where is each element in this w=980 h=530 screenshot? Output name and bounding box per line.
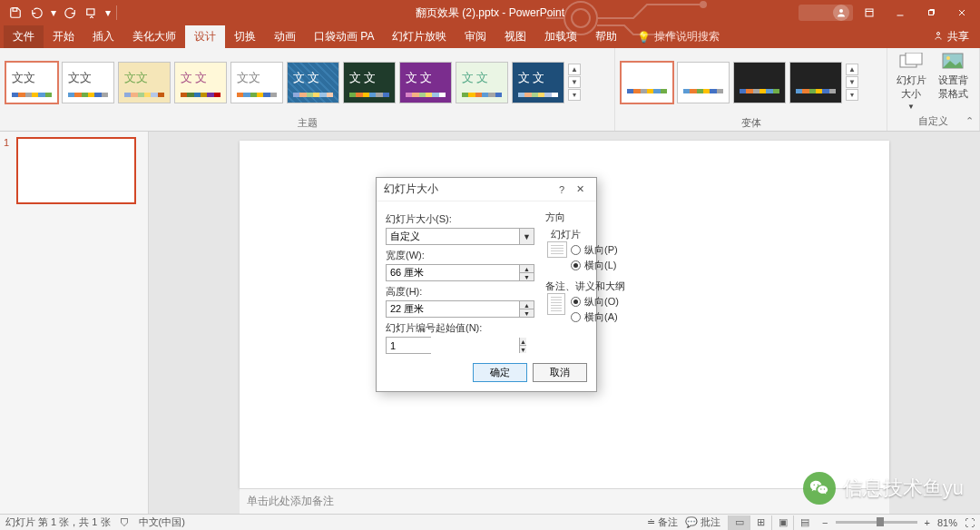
variant-thumbnail[interactable] xyxy=(789,62,842,103)
zoom-out-icon[interactable]: − xyxy=(822,517,828,528)
chevron-down-icon[interactable]: ▼ xyxy=(519,229,534,244)
theme-thumbnail[interactable]: 文文 xyxy=(118,62,171,103)
wechat-icon xyxy=(803,472,836,505)
gallery-nav-icon[interactable]: ▲ xyxy=(568,64,581,75)
spin-up-icon[interactable]: ▲ xyxy=(520,265,534,273)
language-label[interactable]: 中文(中国) xyxy=(139,515,185,529)
gallery-nav-icon[interactable]: ▼ xyxy=(568,76,581,88)
dialog-title-bar[interactable]: 幻灯片大小 ? ✕ xyxy=(377,178,596,201)
group-themes: 文文文文文文文 文文文文 文文 文文 文文 文文 文▲▼▾ 主题 xyxy=(0,48,615,131)
width-input[interactable]: ▲▼ xyxy=(386,264,534,281)
landscape-radio[interactable] xyxy=(571,260,581,270)
format-background-icon xyxy=(940,52,965,72)
group-variants-label: 变体 xyxy=(741,117,761,128)
share-button[interactable]: 共享 xyxy=(922,25,980,48)
undo-icon[interactable] xyxy=(27,3,47,23)
zoom-label[interactable]: 81% xyxy=(937,517,957,528)
tab-animations[interactable]: 动画 xyxy=(265,25,305,48)
slide-size-value[interactable] xyxy=(387,229,519,244)
theme-thumbnail[interactable]: 文文 xyxy=(5,62,58,103)
window-controls xyxy=(799,3,980,23)
variant-thumbnail[interactable] xyxy=(733,62,786,103)
theme-thumbnail[interactable]: 文 文 xyxy=(512,62,564,103)
dialog-help-icon[interactable]: ? xyxy=(553,184,571,195)
themes-more-icon[interactable] xyxy=(598,116,611,129)
tab-design[interactable]: 设计 xyxy=(185,25,225,48)
theme-thumbnail[interactable]: 文 文 xyxy=(399,62,452,103)
cancel-button[interactable]: 取消 xyxy=(533,363,587,382)
undo-dropdown-icon[interactable]: ▾ xyxy=(49,3,58,23)
normal-view-icon[interactable]: ▭ xyxy=(728,515,750,530)
slide-thumbnail[interactable] xyxy=(16,137,136,204)
spin-up-icon[interactable]: ▲ xyxy=(520,301,534,309)
tab-slideshow[interactable]: 幻灯片放映 xyxy=(383,25,456,48)
portrait2-radio[interactable] xyxy=(571,297,581,307)
fit-to-window-icon[interactable]: ⛶ xyxy=(965,517,975,528)
sorter-view-icon[interactable]: ⊞ xyxy=(750,515,771,530)
width-value[interactable] xyxy=(387,265,519,280)
variant-thumbnail[interactable] xyxy=(677,62,730,103)
close-icon[interactable] xyxy=(947,3,976,23)
ribbon-display-options-icon[interactable] xyxy=(855,3,884,23)
slide-thumbnail-panel[interactable]: 1 xyxy=(0,132,149,514)
minimize-icon[interactable] xyxy=(886,3,915,23)
slide-size-combo[interactable]: ▼ xyxy=(386,228,534,245)
height-input[interactable]: ▲▼ xyxy=(386,300,534,318)
slideshow-view-icon[interactable]: ▤ xyxy=(793,515,815,530)
numfrom-value[interactable] xyxy=(387,338,519,353)
tell-me-search[interactable]: 💡 操作说明搜索 xyxy=(626,25,720,48)
variant-thumbnail[interactable] xyxy=(621,62,673,103)
zoom-slider[interactable] xyxy=(836,521,917,524)
size-label: 幻灯片大小(S): xyxy=(386,212,534,226)
collapse-ribbon-icon[interactable]: ⌃ xyxy=(963,114,975,127)
ok-button[interactable]: 确定 xyxy=(473,363,527,382)
tab-home[interactable]: 开始 xyxy=(44,25,83,48)
theme-thumbnail[interactable]: 文 文 xyxy=(343,62,396,103)
svg-rect-9 xyxy=(929,11,934,15)
qat-customize-icon[interactable]: ▾ xyxy=(103,3,113,23)
tab-addins[interactable]: 加载项 xyxy=(535,25,586,48)
tab-pocket-anim[interactable]: 口袋动画 PA xyxy=(305,25,383,48)
tab-beautify[interactable]: 美化大师 xyxy=(123,25,185,48)
theme-thumbnail[interactable]: 文 文 xyxy=(456,62,508,103)
height-value[interactable] xyxy=(387,301,519,317)
start-from-beginning-icon[interactable] xyxy=(82,3,102,23)
slide-thumbnail-item[interactable]: 1 xyxy=(4,137,144,204)
gallery-nav-icon[interactable]: ▾ xyxy=(846,89,858,101)
theme-thumbnail[interactable]: 文文 xyxy=(230,62,283,103)
comments-toggle[interactable]: 💬 批注 xyxy=(685,515,720,529)
gallery-nav-icon[interactable]: ▼ xyxy=(846,76,858,88)
account-button[interactable] xyxy=(799,5,853,21)
tab-view[interactable]: 视图 xyxy=(495,25,535,48)
accessibility-icon[interactable]: ⛉ xyxy=(120,517,130,528)
save-icon[interactable] xyxy=(5,3,25,23)
zoom-in-icon[interactable]: + xyxy=(925,517,930,528)
restore-icon[interactable] xyxy=(916,3,946,23)
spin-down-icon[interactable]: ▼ xyxy=(520,273,534,280)
portrait-radio[interactable] xyxy=(571,245,581,255)
theme-thumbnail[interactable]: 文 文 xyxy=(174,62,227,103)
theme-thumbnail[interactable]: 文 文 xyxy=(287,62,339,103)
gallery-nav-icon[interactable]: ▾ xyxy=(568,89,581,101)
gallery-nav-icon[interactable]: ▲ xyxy=(846,64,858,75)
theme-thumbnail[interactable]: 文文 xyxy=(62,62,114,103)
format-background-button[interactable]: 设置背景格式 xyxy=(935,52,971,101)
spin-down-icon[interactable]: ▼ xyxy=(520,346,526,353)
tab-insert[interactable]: 插入 xyxy=(83,25,123,48)
spin-up-icon[interactable]: ▲ xyxy=(520,338,526,346)
notes-pane[interactable]: 单击此处添加备注 xyxy=(240,488,889,514)
group-variants: ▲▼▾ 变体 xyxy=(615,48,887,131)
tab-review[interactable]: 审阅 xyxy=(456,25,495,48)
spin-down-icon[interactable]: ▼ xyxy=(520,309,534,317)
landscape2-radio[interactable] xyxy=(571,312,581,322)
numfrom-input[interactable]: ▲▼ xyxy=(386,337,431,354)
notes-toggle[interactable]: ≐ 备注 xyxy=(647,515,678,529)
variants-more-icon[interactable] xyxy=(870,116,883,129)
tab-transitions[interactable]: 切换 xyxy=(225,25,265,48)
tab-file[interactable]: 文件 xyxy=(4,25,44,48)
dialog-close-icon[interactable]: ✕ xyxy=(571,183,589,195)
reading-view-icon[interactable]: ▣ xyxy=(771,515,793,530)
redo-icon[interactable] xyxy=(60,3,80,23)
slide-size-button[interactable]: 幻灯片大小 ▼ xyxy=(893,52,929,111)
tab-help[interactable]: 帮助 xyxy=(586,25,626,48)
